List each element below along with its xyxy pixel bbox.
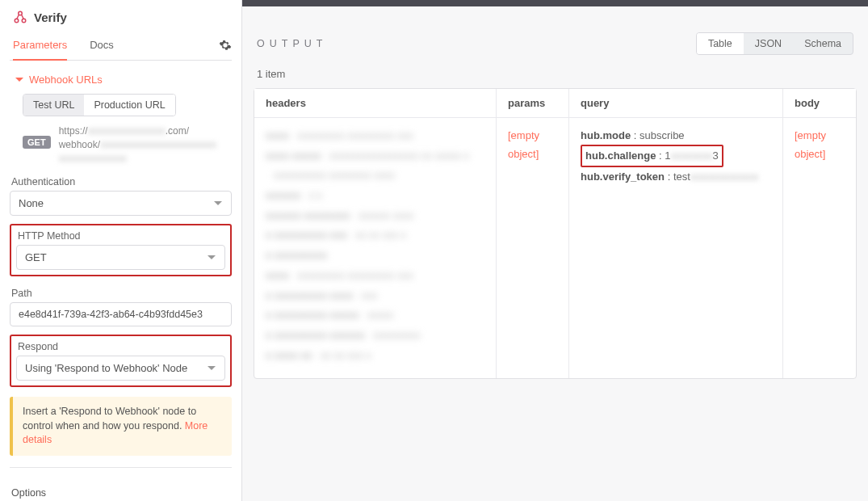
params-cell: [empty object]	[497, 118, 568, 172]
path-input-wrapper[interactable]	[10, 302, 232, 326]
chevron-down-icon	[207, 364, 216, 373]
output-title: OUTPUT	[257, 38, 327, 49]
body-empty: [empty object]	[795, 129, 826, 160]
gear-icon[interactable]	[219, 39, 232, 52]
body-cell: [empty object]	[783, 118, 856, 172]
webhook-urls-header[interactable]: Webhook URLs	[15, 74, 232, 86]
respond-hint: Insert a 'Respond to Webhook' node to co…	[10, 397, 232, 456]
respond-label: Respond	[18, 341, 225, 352]
hint-text: Insert a 'Respond to Webhook' node to co…	[23, 406, 196, 432]
col-query-header: query	[569, 89, 782, 118]
http-method-label: HTTP Method	[18, 230, 225, 242]
params-empty: [empty object]	[508, 129, 539, 160]
path-label: Path	[11, 288, 232, 299]
col-headers-header: headers	[254, 89, 496, 118]
node-title: Verify	[34, 11, 67, 24]
tab-docs[interactable]: Docs	[90, 31, 114, 61]
node-parameters-panel: Verify Parameters Docs Webhook URLs Test…	[0, 0, 242, 501]
chevron-down-icon	[207, 253, 216, 263]
webhook-urls-label: Webhook URLs	[29, 74, 103, 86]
authentication-value: None	[19, 197, 44, 209]
output-panel: OUTPUT Table JSON Schema 1 item headers …	[242, 0, 868, 501]
output-view-toggle: Table JSON Schema	[696, 32, 853, 55]
webhook-icon	[13, 10, 27, 24]
http-method-highlight: HTTP Method GET	[10, 224, 232, 276]
top-dark-bar	[242, 0, 868, 6]
query-cell: hub.mode : subscribe hub.challenge : 1xx…	[569, 118, 782, 194]
output-table: headers xxxxxxxxxxxxx xxxxxxxxx xxx xxxx…	[254, 88, 857, 379]
authentication-select[interactable]: None	[10, 191, 232, 216]
view-table-button[interactable]: Table	[697, 33, 744, 54]
method-badge: GET	[23, 136, 51, 149]
production-url-button[interactable]: Production URL	[84, 95, 174, 116]
path-input[interactable]	[19, 309, 223, 320]
respond-value: Using 'Respond to Webhook' Node	[25, 362, 187, 374]
chevron-down-icon	[213, 199, 223, 208]
http-method-select[interactable]: GET	[16, 245, 225, 270]
url-mode-toggle: Test URL Production URL	[23, 94, 176, 116]
tab-parameters[interactable]: Parameters	[13, 31, 67, 61]
respond-select[interactable]: Using 'Respond to Webhook' Node	[16, 356, 225, 381]
col-body-header: body	[783, 89, 856, 118]
view-json-button[interactable]: JSON	[744, 33, 793, 54]
respond-highlight: Respond Using 'Respond to Webhook' Node	[10, 335, 232, 387]
headers-cell: xxxxxxxxxxxxx xxxxxxxxx xxx xxxx xxxxxxx…	[254, 118, 496, 373]
view-schema-button[interactable]: Schema	[793, 33, 853, 54]
webhook-url-text: https://xxxxxxxxxxxxxxxx.com/ webhook/xx…	[59, 124, 232, 165]
chevron-down-icon	[15, 75, 24, 85]
authentication-label: Authentication	[11, 176, 232, 187]
options-label: Options	[11, 487, 232, 499]
test-url-button[interactable]: Test URL	[23, 95, 84, 116]
col-params-header: params	[497, 89, 568, 118]
http-method-value: GET	[25, 251, 47, 263]
item-count: 1 item	[242, 63, 868, 88]
hub-challenge-highlight: hub.challenge : 1xxxxxxxx3	[581, 145, 723, 166]
